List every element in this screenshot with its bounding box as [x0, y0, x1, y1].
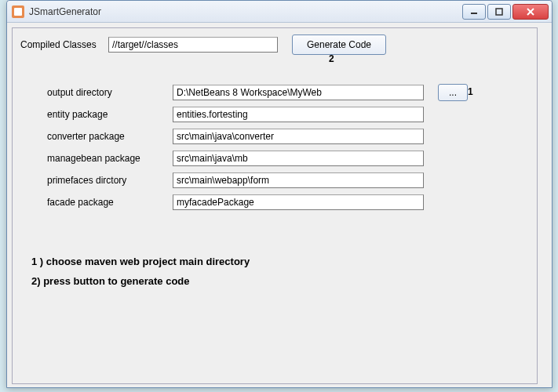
minimize-button[interactable] [462, 4, 486, 20]
managebean-pkg-input[interactable] [173, 151, 424, 166]
facade-pkg-input[interactable] [173, 194, 424, 210]
java-app-icon [12, 5, 24, 18]
maximize-button[interactable] [487, 4, 511, 20]
top-row: Compiled Classes Generate Code 2 [16, 31, 534, 58]
window-title: JSmartGenerator [29, 6, 462, 17]
close-button[interactable] [512, 4, 549, 20]
app-window: JSmartGenerator Compiled Classes Generat… [6, 0, 553, 388]
generate-code-button[interactable]: Generate Code [292, 34, 386, 55]
annotation-2: 2 [329, 53, 334, 64]
facade-pkg-label: facade package [47, 197, 165, 208]
svg-rect-1 [496, 9, 502, 15]
window-buttons [462, 4, 549, 20]
settings-form: output directory ... 1 entity package co… [47, 83, 534, 212]
output-dir-input[interactable] [173, 85, 424, 100]
entity-pkg-input[interactable] [173, 107, 424, 122]
annotation-1: 1 [468, 86, 473, 97]
titlebar: JSmartGenerator [7, 1, 552, 23]
converter-pkg-label: converter package [47, 131, 165, 142]
converter-pkg-input[interactable] [173, 129, 424, 144]
primefaces-dir-input[interactable] [173, 172, 424, 188]
instructions: 1 ) choose maven web project main direct… [31, 256, 534, 287]
main-panel: Compiled Classes Generate Code 2 output … [12, 27, 538, 384]
output-dir-label: output directory [47, 87, 165, 98]
instruction-2: 2) press button to generate code [31, 275, 534, 287]
window-content: Compiled Classes Generate Code 2 output … [7, 23, 552, 387]
browse-button[interactable]: ... [438, 84, 468, 101]
instruction-1: 1 ) choose maven web project main direct… [31, 256, 534, 267]
primefaces-dir-label: primefaces dirctory [47, 175, 165, 186]
entity-pkg-label: entity package [47, 109, 165, 120]
compiled-classes-label: Compiled Classes [17, 39, 104, 50]
compiled-classes-input[interactable] [108, 37, 278, 53]
managebean-pkg-label: managebean package [47, 153, 165, 164]
